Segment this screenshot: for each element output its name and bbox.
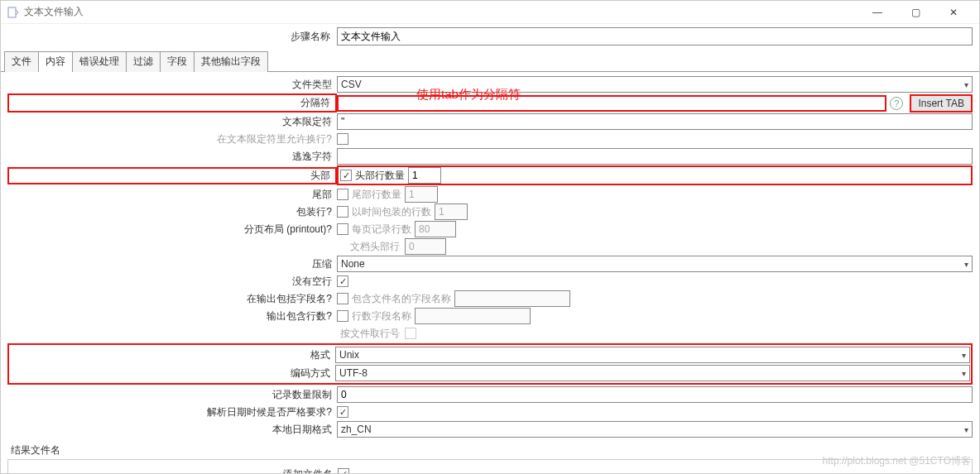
paged-checkbox[interactable] <box>337 223 348 235</box>
compression-dropdown[interactable]: None ▾ <box>337 256 973 272</box>
include-filename-sublabel: 包含文件名的字段名称 <box>352 292 451 306</box>
chevron-down-icon: ▾ <box>962 351 966 360</box>
add-filename-label: 添加文件名 <box>15 467 338 474</box>
strict-date-checkbox[interactable] <box>337 406 348 418</box>
locale-date-dropdown[interactable]: zh_CN ▾ <box>337 421 973 438</box>
no-empty-checkbox[interactable] <box>337 275 348 287</box>
tab-filter[interactable]: 过滤 <box>126 51 161 72</box>
step-name-row: 步骤名称 <box>1 24 979 50</box>
paged-count-input <box>415 221 456 237</box>
no-empty-label: 没有空行 <box>7 275 337 289</box>
tab-content[interactable]: 内容 <box>38 51 73 72</box>
close-button[interactable]: ✕ <box>934 1 973 24</box>
per-file-rownum-label: 按文件取行号 <box>7 327 405 341</box>
tab-errors[interactable]: 错误处理 <box>72 51 127 72</box>
separator-input[interactable] <box>337 95 886 112</box>
titlebar: 文本文件输入 — ▢ ✕ <box>1 1 979 24</box>
allow-newline-checkbox[interactable] <box>337 133 348 145</box>
window-controls: — ▢ ✕ <box>858 1 973 24</box>
text-qualifier-label: 文本限定符 <box>7 115 337 129</box>
wrapped-count-label: 以时间包装的行数 <box>352 205 431 219</box>
add-filename-checkbox[interactable] <box>338 468 349 473</box>
include-filename-label: 在输出包括字段名? <box>7 292 337 306</box>
doc-head-input <box>405 238 446 255</box>
format-label: 格式 <box>10 348 335 362</box>
paged-count-label: 每页记录行数 <box>352 223 411 237</box>
watermark-left: http://plot.blogs.net <box>823 455 906 467</box>
step-name-input[interactable] <box>337 27 973 45</box>
file-type-value: CSV <box>341 79 362 90</box>
limit-input[interactable] <box>337 386 973 403</box>
compression-value: None <box>341 258 365 270</box>
footer-count-label: 尾部行数量 <box>352 188 401 202</box>
watermark: http://plot.blogs.net @51CTO博客 <box>823 454 971 468</box>
help-icon[interactable]: ? <box>890 97 903 110</box>
tab-other-output[interactable]: 其他输出字段 <box>194 51 268 72</box>
encoding-dropdown[interactable]: UTF-8 ▾ <box>335 365 970 381</box>
maximize-button[interactable]: ▢ <box>896 1 934 24</box>
text-qualifier-input[interactable] <box>337 113 973 130</box>
include-rownum-checkbox[interactable] <box>337 310 348 322</box>
paged-label: 分页布局 (printout)? <box>7 223 337 237</box>
strict-date-label: 解析日期时候是否严格要求? <box>7 405 337 419</box>
locale-date-value: zh_CN <box>341 424 372 435</box>
wrapped-checkbox[interactable] <box>337 206 348 218</box>
include-rownum-input <box>415 308 531 324</box>
compression-label: 压缩 <box>7 257 337 271</box>
tabs: 文件 内容 错误处理 过滤 字段 其他输出字段 <box>1 50 979 72</box>
minimize-button[interactable]: — <box>858 1 896 24</box>
encoding-value: UTF-8 <box>339 367 368 379</box>
per-file-rownum-checkbox <box>405 328 416 339</box>
doc-head-label: 文档头部行 <box>7 240 405 254</box>
watermark-right: @51CTO博客 <box>909 455 971 467</box>
limit-label: 记录数量限制 <box>7 388 337 402</box>
header-label: 头部 <box>7 167 337 184</box>
locale-date-label: 本地日期格式 <box>7 423 337 437</box>
format-dropdown[interactable]: Unix ▾ <box>335 347 970 363</box>
step-name-label: 步骤名称 <box>7 30 337 44</box>
header-checkbox[interactable] <box>340 170 352 181</box>
footer-label: 尾部 <box>7 188 337 202</box>
file-type-dropdown[interactable]: CSV ▾ <box>337 76 973 93</box>
app-icon <box>7 7 19 18</box>
footer-count-input <box>405 186 438 203</box>
svg-rect-0 <box>8 7 16 17</box>
format-value: Unix <box>339 349 359 361</box>
encoding-label: 编码方式 <box>10 366 335 381</box>
include-rownum-label: 输出包含行数? <box>7 309 337 323</box>
window: 文本文件输入 — ▢ ✕ 步骤名称 文件 内容 错误处理 过滤 字段 其他输出字… <box>0 0 980 474</box>
wrapped-label: 包装行? <box>7 205 337 219</box>
header-count-input[interactable] <box>408 167 441 184</box>
tab-file[interactable]: 文件 <box>4 51 39 72</box>
escape-char-input[interactable] <box>337 148 973 165</box>
insert-tab-button[interactable]: Insert TAB <box>910 94 973 113</box>
allow-newline-label: 在文本限定符里允许换行? <box>7 132 337 146</box>
escape-char-label: 逃逸字符 <box>7 150 337 164</box>
header-count-label: 头部行数量 <box>355 169 405 183</box>
content-panel: 使用tab作为分隔符 文件类型 CSV ▾ 分隔符 ? Insert TAB 文… <box>1 72 979 473</box>
include-filename-checkbox[interactable] <box>337 293 348 304</box>
include-rownum-sublabel: 行数字段名称 <box>352 309 411 323</box>
window-title: 文本文件输入 <box>24 5 858 19</box>
footer-checkbox[interactable] <box>337 189 348 200</box>
tab-fields[interactable]: 字段 <box>160 51 195 72</box>
chevron-down-icon: ▾ <box>964 425 968 434</box>
chevron-down-icon: ▾ <box>964 260 968 269</box>
chevron-down-icon: ▾ <box>964 80 968 89</box>
wrapped-count-input <box>435 203 468 220</box>
separator-label: 分隔符 <box>7 93 337 113</box>
file-type-label: 文件类型 <box>7 78 337 92</box>
chevron-down-icon: ▾ <box>962 369 966 378</box>
include-filename-input <box>454 290 570 307</box>
